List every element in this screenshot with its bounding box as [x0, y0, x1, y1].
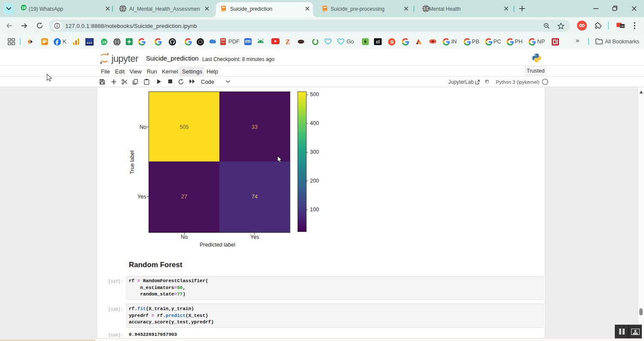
svg-text:jupyter: jupyter: [111, 53, 139, 64]
svg-text:Я: Я: [390, 40, 394, 45]
svg-text:IEEE: IEEE: [87, 42, 93, 44]
svg-text:cl: cl: [376, 40, 380, 44]
svg-text:19: 19: [21, 6, 26, 10]
svg-text:19: 19: [102, 40, 106, 44]
svg-text:PDF: PDF: [221, 42, 225, 44]
svg-text:ON: ON: [620, 25, 624, 27]
